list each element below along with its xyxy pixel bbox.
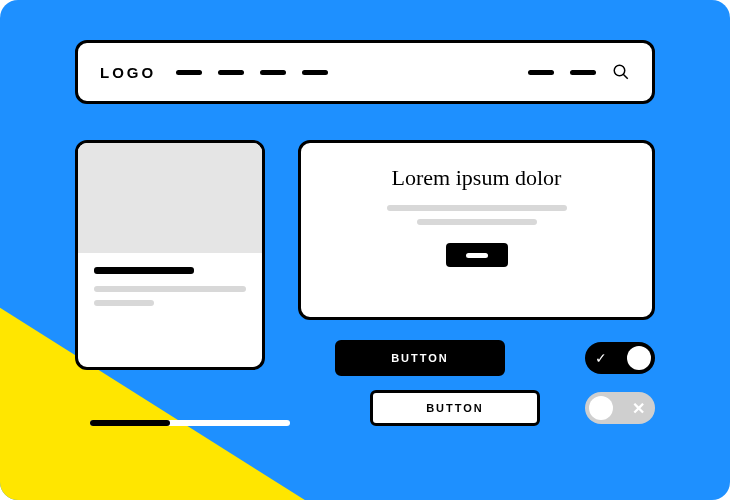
nav-link[interactable]: [218, 70, 244, 75]
hero-panel: Lorem ipsum dolor: [298, 140, 655, 320]
hero-heading: Lorem ipsum dolor: [392, 165, 562, 191]
svg-point-0: [614, 65, 625, 76]
progress-bar[interactable]: [90, 420, 290, 426]
navbar: LOGO: [75, 40, 655, 104]
card-text-line: [94, 286, 246, 292]
nav-links-right: [528, 63, 630, 81]
card-text-line: [94, 300, 154, 306]
content-card[interactable]: [75, 140, 265, 370]
nav-link[interactable]: [570, 70, 596, 75]
nav-link[interactable]: [176, 70, 202, 75]
hero-cta-button[interactable]: [446, 243, 508, 267]
toggle-knob: [589, 396, 613, 420]
button-label: BUTTON: [391, 352, 449, 364]
card-title-placeholder: [94, 267, 194, 274]
check-icon: ✓: [595, 350, 607, 366]
close-icon: ✕: [632, 399, 645, 418]
nav-link[interactable]: [302, 70, 328, 75]
button-label: BUTTON: [426, 402, 484, 414]
toggle-on[interactable]: ✓: [585, 342, 655, 374]
nav-link[interactable]: [260, 70, 286, 75]
cta-label-placeholder: [466, 253, 488, 258]
nav-link[interactable]: [528, 70, 554, 75]
svg-line-1: [623, 74, 628, 79]
nav-links-left: [176, 70, 528, 75]
primary-button[interactable]: BUTTON: [335, 340, 505, 376]
toggle-off[interactable]: ✕: [585, 392, 655, 424]
hero-text-line: [387, 205, 567, 211]
hero-text-line: [417, 219, 537, 225]
progress-fill: [90, 420, 170, 426]
card-image-placeholder: [78, 143, 262, 253]
toggle-knob: [627, 346, 651, 370]
search-icon[interactable]: [612, 63, 630, 81]
logo[interactable]: LOGO: [100, 64, 156, 81]
secondary-button[interactable]: BUTTON: [370, 390, 540, 426]
